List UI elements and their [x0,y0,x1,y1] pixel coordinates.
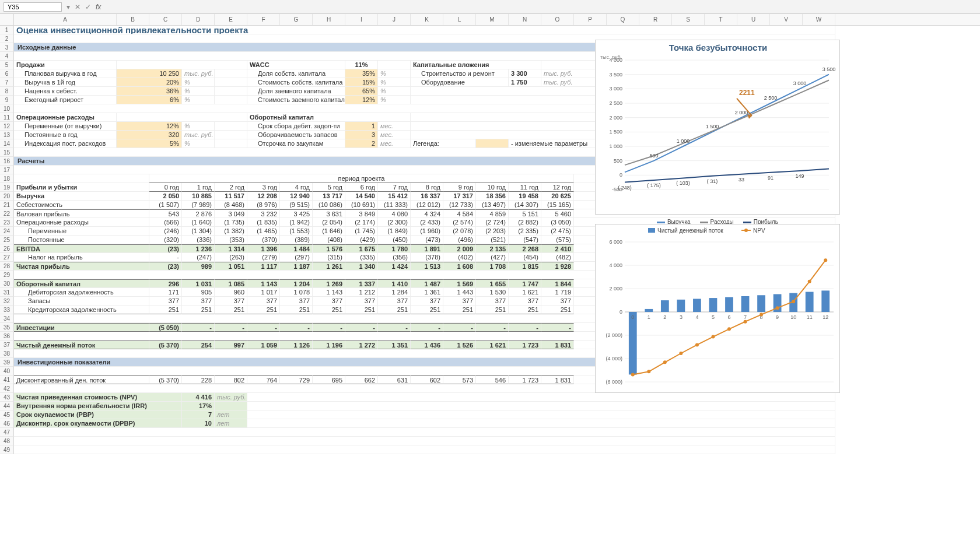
cell[interactable]: Чистая прибыль [14,262,149,271]
cell[interactable]: Запасы [14,297,149,306]
cell[interactable]: 1 621 [476,341,509,349]
cell[interactable]: (15 165) [541,201,574,209]
cell[interactable]: 12 940 [280,192,313,201]
cell[interactable]: (1 960) [411,227,443,236]
cell[interactable]: (408) [313,236,345,244]
cell[interactable] [14,445,835,454]
cell[interactable]: 3 [345,131,378,139]
row-header-20[interactable]: 20 [0,192,14,201]
cell[interactable]: Стоимость заемного капитала [247,96,345,104]
cell[interactable]: 1 204 [280,279,313,288]
cell[interactable]: % [182,122,215,131]
cell[interactable]: Ежегодный прирост [14,96,117,104]
cell[interactable]: (2 174) [345,218,378,227]
col-header-P[interactable]: P [574,14,607,25]
cell[interactable]: 20% [117,78,182,87]
cell[interactable]: Индексация пост. расходов [14,139,117,148]
cell[interactable]: 1 год [182,183,215,192]
cell[interactable]: 251 [378,306,411,314]
cell[interactable]: 251 [182,306,215,314]
col-header-D[interactable]: D [182,14,215,25]
row-1[interactable]: 1Оценка инвестиционной привлекательности… [0,26,980,34]
cell[interactable]: 1 723 [509,375,541,384]
cell[interactable]: (5 370) [149,375,182,384]
cell[interactable]: 4 416 [182,393,215,402]
cell[interactable]: 251 [215,306,247,314]
cell[interactable]: (521) [476,236,509,244]
select-all-corner[interactable] [0,14,14,25]
row-header-45[interactable]: 45 [0,410,14,419]
cell[interactable]: (2 300) [378,218,411,227]
row-header-9[interactable]: 9 [0,96,14,104]
cell[interactable]: 5 год [313,183,345,192]
cell[interactable]: Инвестиции [14,323,149,332]
cell[interactable]: (482) [541,253,574,262]
col-header-U[interactable]: U [737,14,770,25]
cell[interactable]: % [378,69,411,78]
cell[interactable]: - [476,323,509,332]
cell[interactable]: 11 год [509,183,541,192]
cell[interactable]: 65% [345,87,378,96]
cell[interactable]: 1 621 [509,288,541,297]
cell[interactable]: 695 [313,375,345,384]
cell[interactable]: Переменные (от выручки) [14,122,117,131]
cell[interactable]: 20 625 [541,192,574,201]
cell[interactable]: (8 976) [247,201,280,209]
cell[interactable]: 4 324 [411,209,443,218]
row-header-15[interactable]: 15 [0,148,14,157]
row-header-48[interactable]: 48 [0,437,14,445]
cell[interactable]: % [182,139,215,148]
cell[interactable]: 1 284 [378,288,411,297]
cell[interactable]: % [182,78,215,87]
row-header-38[interactable]: 38 [0,349,14,358]
cell[interactable]: 631 [378,375,411,384]
cell[interactable]: 35% [345,69,378,78]
cell[interactable]: 1 410 [378,279,411,288]
cell[interactable]: 377 [411,297,443,306]
cell[interactable]: % [378,96,411,104]
cell[interactable]: 36% [117,87,182,96]
cell[interactable] [215,122,247,131]
row-48[interactable]: 48 [0,437,980,445]
cell[interactable]: 377 [509,297,541,306]
cell[interactable]: Выручка в 1й год [14,78,117,87]
cell[interactable]: (279) [247,253,280,262]
cell[interactable]: (429) [345,236,378,244]
row-header-40[interactable]: 40 [0,367,14,375]
cell[interactable]: (8 468) [215,201,247,209]
cell[interactable]: 8 год [411,183,443,192]
cell[interactable]: 1 424 [378,262,411,271]
cell[interactable]: (12 733) [443,201,476,209]
cell[interactable]: 1 143 [313,288,345,297]
cell[interactable]: (496) [443,236,476,244]
row-header-37[interactable]: 37 [0,341,14,349]
cell[interactable]: (2 335) [509,227,541,236]
cell[interactable]: Дисконтированный ден. поток [14,375,149,384]
cell[interactable]: 377 [443,297,476,306]
row-header-21[interactable]: 21 [0,201,14,209]
cell[interactable] [14,428,835,437]
row-header-4[interactable]: 4 [0,52,14,61]
cell[interactable]: % [378,87,411,96]
cell[interactable] [247,393,835,402]
cell[interactable]: Отсрочка по закупкам [247,139,345,148]
row-header-10[interactable]: 10 [0,104,14,113]
cell[interactable]: 997 [215,341,247,349]
row-header-43[interactable]: 43 [0,393,14,402]
cell[interactable]: 17% [182,402,215,410]
col-header-C[interactable]: C [149,14,182,25]
cell[interactable]: (10 086) [313,201,345,209]
cell[interactable]: 1 212 [345,288,378,297]
cell[interactable]: 251 [476,306,509,314]
cell[interactable]: 2 268 [509,244,541,253]
cell[interactable]: 1 337 [345,279,378,288]
row-47[interactable]: 47 [0,428,980,437]
cell[interactable]: (454) [509,253,541,262]
cell[interactable]: 2 876 [182,209,215,218]
cell[interactable]: 251 [443,306,476,314]
cell[interactable]: лет [215,419,247,428]
cell[interactable]: Оборудование [411,78,509,87]
cell[interactable]: - [313,323,345,332]
cell[interactable]: 10 250 [117,69,182,78]
row-header-32[interactable]: 32 [0,297,14,306]
